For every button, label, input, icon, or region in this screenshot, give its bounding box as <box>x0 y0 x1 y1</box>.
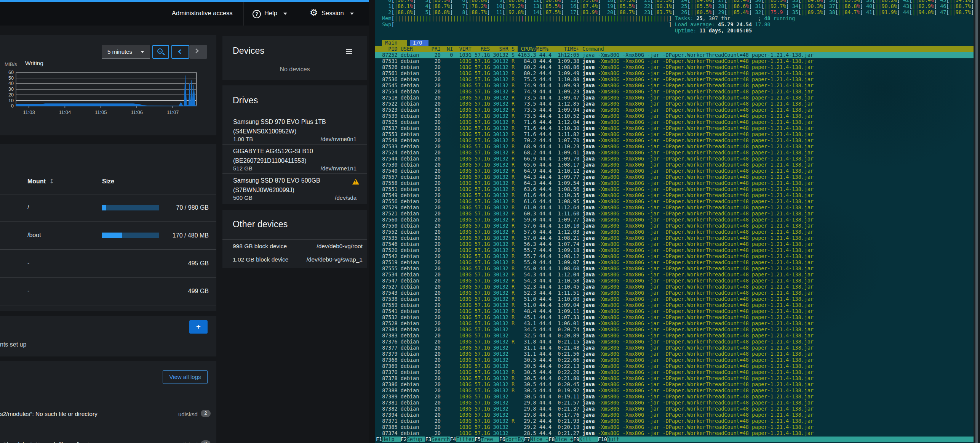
process-row[interactable]: 87533 debian 20 103G 57.1G 30132 R 68.9 … <box>375 144 974 150</box>
process-row[interactable]: 87551 debian 20 103G 57.1G 30132 R 63.6 … <box>375 186 974 193</box>
process-row[interactable]: 87386 debian 20 103G 57.1G 30132 R 30.5 … <box>375 382 974 388</box>
process-row[interactable]: 87548 debian 20 103G 57.1G 30132 R 70.2 … <box>375 138 974 144</box>
process-row[interactable]: 87526 debian 20 103G 57.1G 30132 R 80.2 … <box>375 64 974 71</box>
process-row[interactable]: 87383 debian 20 103G 57.1G 30132 32.5 44… <box>375 333 974 339</box>
process-row[interactable]: 87555 debian 20 103G 57.1G 30132 R 55.0 … <box>375 266 974 272</box>
process-row[interactable]: 87520 debian 20 103G 57.1G 30132 R 55.7 … <box>375 247 974 254</box>
row-divider <box>0 305 216 305</box>
pan-forward-button[interactable] <box>189 45 207 59</box>
process-row[interactable]: 87542 debian 20 103G 57.1G 30132 R 55.7 … <box>375 254 974 260</box>
fnkey-label-sortby[interactable]: SortBy <box>505 437 524 442</box>
process-row[interactable]: 87535 debian 20 103G 57.1G 30132 R 57.0 … <box>375 235 974 241</box>
process-row[interactable]: 87528 debian 20 103G 57.1G 30132 R 43.1 … <box>375 321 974 327</box>
fnkey-label-kill[interactable]: Kill <box>579 437 598 442</box>
sort-updown-icon[interactable]: ↕ <box>49 178 54 185</box>
sort-column-cpu[interactable]: CPU%▽ <box>518 46 536 52</box>
masthead-separator <box>301 2 301 26</box>
process-row[interactable]: 87382 debian 20 103G 57.1G 30132 29.8 44… <box>375 406 974 412</box>
process-row[interactable]: 87518 debian 20 103G 57.1G 30132 R 73.5 … <box>375 95 974 101</box>
process-row[interactable]: 87532 debian 20 103G 57.1G 30132 R 45.1 … <box>375 315 974 321</box>
process-row[interactable]: 87531 debian 20 103G 57.1G 30132 R 84.8 … <box>375 58 974 64</box>
process-row[interactable]: 87554 debian 20 103G 57.1G 30132 R 74.9 … <box>375 89 974 95</box>
tab-main[interactable]: Main <box>382 40 407 46</box>
nfs-empty-text: nts set up <box>0 341 26 348</box>
process-row[interactable]: 87549 debian 20 103G 57.1G 30132 R 61.6 … <box>375 193 974 199</box>
process-row[interactable]: 87560 debian 20 103G 57.1G 30132 R 59.0 … <box>375 217 974 223</box>
process-row-selected[interactable]: 87252 debian 20 0 103G 57.1G 30132 S 416… <box>375 52 974 58</box>
process-row[interactable]: 87376 debian 20 103G 57.1G 30132 R 31.8 … <box>375 339 974 345</box>
process-row[interactable]: 87539 debian 20 103G 57.1G 30132 R 73.5 … <box>375 113 974 119</box>
column-header-size[interactable]: Size <box>102 178 114 185</box>
process-row[interactable]: 87544 debian 20 103G 57.1G 30132 R 66.9 … <box>375 156 974 162</box>
process-row[interactable]: 87369 debian 20 103G 57.1G 30132 30.5 44… <box>375 363 974 369</box>
process-row[interactable]: 87557 debian 20 103G 57.1G 30132 R 64.3 … <box>375 174 974 180</box>
process-row[interactable]: 87559 debian 20 103G 57.1G 30132 R 51.0 … <box>375 302 974 308</box>
add-button[interactable]: + <box>189 320 208 334</box>
process-row[interactable]: 87546 debian 20 103G 57.1G 30132 R 56.3 … <box>375 241 974 247</box>
process-row[interactable]: 87371 debian 20 103G 57.1G 30132 R 29.2 … <box>375 418 974 424</box>
fnkey-f6: F6 <box>499 437 505 442</box>
process-row[interactable]: 87558 debian 20 103G 57.1G 30132 R 64.3 … <box>375 180 974 186</box>
process-row[interactable]: 87534 debian 20 103G 57.1G 30132 R 54.3 … <box>375 272 974 278</box>
process-row[interactable]: 87550 debian 20 103G 57.1G 30132 R 57.6 … <box>375 223 974 229</box>
process-row[interactable]: 87522 debian 20 103G 57.1G 30132 R 73.5 … <box>375 101 974 107</box>
process-row[interactable]: 87545 debian 20 103G 57.1G 30132 R 74.9 … <box>375 83 974 89</box>
interval-select[interactable]: 5 minutes <box>102 45 150 59</box>
zoom-out-button[interactable] <box>152 45 169 59</box>
process-row[interactable]: 87384 debian 20 103G 57.1G 30132 34.5 44… <box>375 327 974 333</box>
process-row[interactable]: 87552 debian 20 103G 57.1G 30132 R 57.6 … <box>375 229 974 235</box>
bars-icon[interactable] <box>346 49 352 55</box>
process-row[interactable]: 87370 debian 20 103G 57.1G 30132 R 30.5 … <box>375 369 974 376</box>
fnkey-f10: F10 <box>598 437 607 442</box>
fnkey-label-nice-[interactable]: Nice + <box>555 437 573 442</box>
process-row[interactable]: 87540 debian 20 103G 57.1G 30132 R 64.9 … <box>375 168 974 174</box>
process-row[interactable]: 87530 debian 20 103G 57.1G 30132 R 65.6 … <box>375 162 974 168</box>
process-row[interactable]: 87519 debian 20 103G 57.1G 30132 R 55.0 … <box>375 260 974 266</box>
column-header-mount[interactable]: Mount <box>27 178 46 185</box>
y-tick-label: 50 <box>1 75 14 81</box>
process-row[interactable]: 87536 debian 20 103G 57.1G 30132 R 75.5 … <box>375 77 974 83</box>
drive-serial: (BE2607291D1100411553) <box>233 157 306 164</box>
session-menu[interactable]: Session <box>321 10 344 17</box>
process-row[interactable]: 87394 debian 20 103G 57.1G 30132 29.8 44… <box>375 412 974 418</box>
process-row[interactable]: 87543 debian 20 103G 57.1G 30132 R 52.3 … <box>375 290 974 296</box>
view-all-logs-button[interactable]: View all logs <box>163 370 208 384</box>
process-row[interactable]: 87524 debian 20 103G 57.1G 30132 R 68.2 … <box>375 150 974 156</box>
process-row[interactable]: 87388 debian 20 103G 57.1G 30132 R 30.5 … <box>375 388 974 394</box>
process-row[interactable]: 87556 debian 20 103G 57.1G 30132 R 61.6 … <box>375 199 974 205</box>
fnkey-label-setup[interactable]: Setup <box>407 437 425 442</box>
fnkey-label-nice-[interactable]: Nice - <box>530 437 549 442</box>
process-row[interactable]: 87368 debian 20 103G 57.1G 30132 30.5 44… <box>375 357 974 363</box>
fnkey-label-quit[interactable]: Quit <box>607 437 619 442</box>
process-row[interactable]: 87538 debian 20 103G 57.1G 30132 R 51.0 … <box>375 296 974 302</box>
terminal-scrollbar[interactable] <box>975 0 978 443</box>
process-row[interactable]: 87377 debian 20 103G 57.1G 30132 31.1 44… <box>375 345 974 351</box>
filesystems-card: Mount ↕ Size /70 / 980 GB/boot170 / 480 … <box>0 144 216 311</box>
pan-back-button[interactable] <box>171 45 189 59</box>
tab-io[interactable]: I/O <box>410 40 428 46</box>
process-row[interactable]: 87561 debian 20 103G 57.1G 30132 R 80.2 … <box>375 71 974 77</box>
process-row[interactable]: 87527 debian 20 103G 57.1G 30132 R 52.3 … <box>375 284 974 290</box>
process-row[interactable]: 87378 debian 20 103G 57.1G 30132 R 30.5 … <box>375 376 974 382</box>
process-row[interactable]: 87547 debian 20 103G 57.1G 30132 R 54.3 … <box>375 278 974 284</box>
fnkey-label-search[interactable]: Search <box>432 437 450 442</box>
administrative-access-button[interactable]: Administrative access <box>172 10 233 17</box>
process-row[interactable]: 87529 debian 20 103G 57.1G 30132 R 61.0 … <box>375 205 974 211</box>
fnkey-label-filter[interactable]: Filter <box>456 437 475 442</box>
process-row[interactable]: 87521 debian 20 103G 57.1G 30132 R 60.3 … <box>375 211 974 217</box>
fnkey-label-tree[interactable]: Tree <box>481 437 499 442</box>
process-row[interactable]: 87553 debian 20 103G 57.1G 30132 R 71.6 … <box>375 132 974 138</box>
process-row[interactable]: 87385 debian 20 103G 57.1G 30132 29.2 44… <box>375 424 974 430</box>
process-row[interactable]: 87374 debian 20 103G 57.1G 30132 28.5 44… <box>375 430 974 437</box>
process-row[interactable]: 87537 debian 20 103G 57.1G 30132 R 71.6 … <box>375 125 974 132</box>
htop-screen[interactable]: 0[|90.7%] 3[|89.9%] 6[|86.8%] 9[|86.8%] … <box>375 0 974 443</box>
process-row[interactable]: 87525 debian 20 103G 57.1G 30132 R 71.6 … <box>375 119 974 125</box>
x-tick-label: 11:05 <box>89 109 113 115</box>
process-row[interactable]: 87381 debian 20 103G 57.1G 30132 29.8 44… <box>375 400 974 406</box>
process-row[interactable]: 87379 debian 20 103G 57.1G 30132 31.1 44… <box>375 351 974 357</box>
fnkey-label-help[interactable]: Help <box>382 437 401 442</box>
process-row[interactable]: 87523 debian 20 103G 57.1G 30132 R 73.5 … <box>375 107 974 113</box>
process-row[interactable]: 87389 debian 20 103G 57.1G 30132 30.5 44… <box>375 394 974 400</box>
process-row[interactable]: 87541 debian 20 103G 57.1G 30132 R 48.4 … <box>375 308 974 315</box>
help-menu[interactable]: Help <box>264 10 277 17</box>
